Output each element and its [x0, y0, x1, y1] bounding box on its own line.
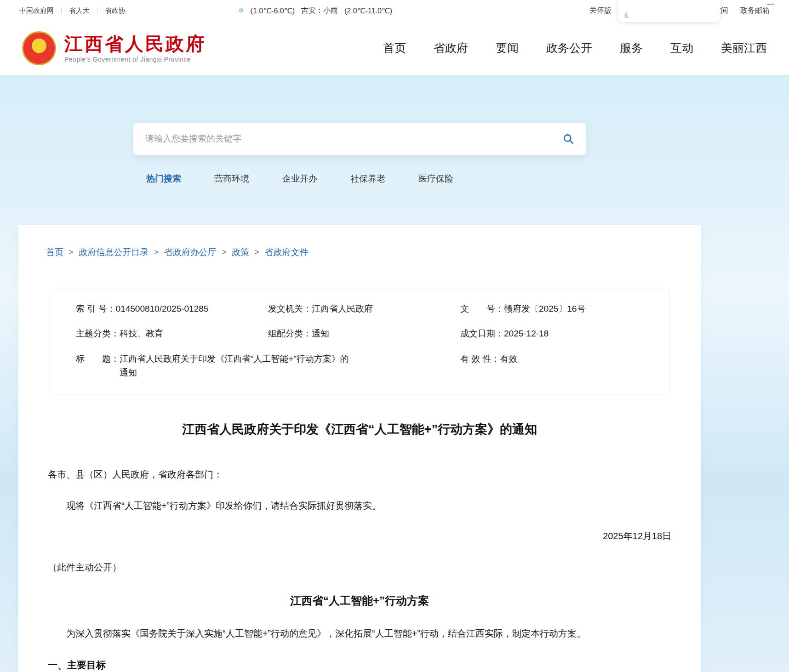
floating-widget[interactable]: 6: [618, 0, 720, 22]
floating-widget-text: 6: [624, 11, 628, 19]
breadcrumb-separator: >: [154, 248, 158, 256]
link-gov-mailbox[interactable]: 政务邮箱: [740, 6, 770, 16]
link-provincial-cppcc[interactable]: 省政协: [97, 6, 133, 15]
hot-search-label: 热门搜索: [146, 173, 181, 185]
nav-open-government[interactable]: 政务公开: [546, 40, 592, 56]
search-input[interactable]: [145, 134, 562, 144]
breadcrumb-home[interactable]: 首页: [46, 246, 63, 258]
weather-icon: ❄: [238, 6, 244, 15]
weather-range-1: (1.0℃-6.0℃): [251, 6, 295, 15]
hero-search-section: 热门搜索 营商环境 企业开办 社保养老 医疗保险: [0, 75, 789, 225]
meta-topic-category: 主题分类： 科技、教育: [76, 327, 259, 341]
salutation: 各市、县（区）人民政府，省政府各部门：: [48, 467, 671, 482]
breadcrumb-separator: >: [222, 248, 226, 256]
breadcrumb-provincial-documents[interactable]: 省政府文件: [264, 246, 308, 258]
meta-index-number: 索 引 号： 014500810/2025-01285: [76, 302, 259, 316]
meta-validity: 有 效 性： 有效: [460, 352, 643, 380]
minimize-icon[interactable]: [767, 4, 774, 5]
meta-issue-date: 成文日期： 2025-12-18: [460, 327, 643, 341]
nav-beautiful-jiangxi[interactable]: 美丽江西: [721, 40, 767, 56]
breadcrumb-separator: >: [69, 248, 73, 256]
weather-range-2: (2.0℃-11.0℃): [344, 6, 392, 15]
site-header: ★ 江西省人民政府 People's Government of Jiangxi…: [0, 21, 789, 75]
meta-document-title: 标 题： 江西省人民政府关于印发《江西省“人工智能+”行动方案》的通知: [76, 352, 451, 380]
breadcrumb-separator: >: [255, 248, 259, 256]
document-meta-box: 索 引 号： 014500810/2025-01285 发文机关： 江西省人民政…: [50, 289, 669, 394]
nav-provincial-government[interactable]: 省政府: [434, 40, 468, 56]
link-care-version[interactable]: 关怀版: [589, 6, 612, 16]
main-nav: 首页 省政府 要闻 政务公开 服务 互动 美丽江西: [383, 40, 767, 56]
document-title: 江西省人民政府关于印发《江西省“人工智能+”行动方案》的通知: [46, 421, 673, 438]
hot-search-item[interactable]: 营商环境: [214, 173, 249, 185]
breadcrumb: 首页 > 政府信息公开目录 > 省政府办公厅 > 政策 > 省政府文件: [46, 246, 673, 258]
plan-subtitle: 江西省“人工智能+”行动方案: [48, 592, 671, 609]
weather-bar: ❄ (1.0℃-6.0℃) 吉安：小雨 (2.0℃-11.0℃): [238, 0, 392, 21]
weather-city-2: 吉安：小雨: [301, 6, 338, 16]
hot-search-item[interactable]: 企业开办: [282, 173, 317, 185]
search-box: [133, 123, 586, 155]
search-button[interactable]: [562, 133, 574, 145]
link-provincial-npc[interactable]: 省人大: [62, 6, 97, 15]
nav-news[interactable]: 要闻: [496, 40, 519, 56]
nav-services[interactable]: 服务: [620, 40, 643, 56]
breadcrumb-policy[interactable]: 政策: [232, 246, 249, 258]
link-china-gov[interactable]: 中国政府网: [19, 6, 61, 15]
hot-search-item[interactable]: 医疗保险: [418, 173, 453, 185]
section-heading: 一、主要目标: [48, 657, 671, 672]
national-emblem-icon: ★: [22, 31, 56, 65]
paragraph: 现将《江西省“人工智能+”行动方案》印发给你们，请结合实际抓好贯彻落实。: [48, 498, 671, 513]
search-icon: [562, 133, 574, 145]
site-logo[interactable]: ★ 江西省人民政府 People's Government of Jiangxi…: [22, 31, 206, 65]
document-date: 2025年12月18日: [48, 529, 671, 543]
topbar-links: 中国政府网 省人大 省政协: [19, 6, 133, 15]
meta-document-number: 文 号： 赣府发〔2025〕16号: [460, 302, 643, 316]
site-title-en: People's Government of Jiangxi Province: [64, 56, 206, 63]
nav-interaction[interactable]: 互动: [670, 40, 693, 56]
breadcrumb-info-directory[interactable]: 政府信息公开目录: [79, 246, 149, 258]
document-body: 各市、县（区）人民政府，省政府各部门： 现将《江西省“人工智能+”行动方案》印发…: [46, 467, 673, 672]
meta-issuing-agency: 发文机关： 江西省人民政府: [268, 302, 451, 316]
top-utility-bar: 中国政府网 省人大 省政协 ❄ (1.0℃-6.0℃) 吉安：小雨 (2.0℃-…: [0, 0, 789, 21]
hot-search-item[interactable]: 社保养老: [350, 173, 385, 185]
hot-search-row: 热门搜索 营商环境 企业开办 社保养老 医疗保险: [146, 173, 453, 185]
document-card: 首页 > 政府信息公开目录 > 省政府办公厅 > 政策 > 省政府文件 索 引 …: [18, 225, 701, 672]
breadcrumb-general-office[interactable]: 省政府办公厅: [164, 246, 217, 258]
meta-group-category: 组配分类： 通知: [268, 327, 451, 341]
paragraph: 为深入贯彻落实《国务院关于深入实施“人工智能+”行动的意见》，深化拓展“人工智能…: [48, 626, 671, 641]
nav-home[interactable]: 首页: [383, 40, 406, 56]
publicity-note: （此件主动公开）: [48, 560, 671, 575]
page-background: 热门搜索 营商环境 企业开办 社保养老 医疗保险 首页 > 政府信息公开目录 >…: [0, 75, 789, 672]
site-title: 江西省人民政府: [64, 34, 206, 54]
